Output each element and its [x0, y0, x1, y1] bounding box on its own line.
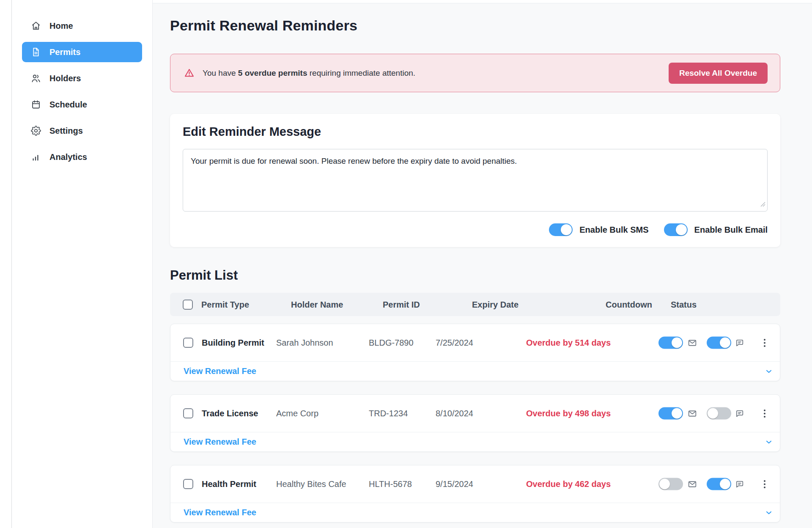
chevron-down-icon[interactable] [765, 367, 773, 376]
app-window: HomePermitsHoldersScheduleSettingsAnalyt… [0, 0, 812, 528]
email-toggle[interactable] [658, 337, 683, 349]
overdue-alert-banner: You have 5 overdue permits requiring imm… [170, 54, 780, 92]
alert-text-bold: 5 overdue permits [238, 69, 307, 77]
sidebar-item-permits[interactable]: Permits [22, 42, 142, 62]
sidebar-item-schedule[interactable]: Schedule [22, 94, 142, 115]
bulk-email-label: Enable Bulk Email [694, 225, 768, 235]
sms-toggle[interactable] [707, 337, 731, 349]
sidebar-item-analytics[interactable]: Analytics [22, 147, 142, 167]
row-status-controls [658, 407, 769, 420]
bulk-toggles-row: Enable Bulk SMS Enable Bulk Email [183, 223, 768, 236]
permit-row: Health Permit Healthy Bites Cafe HLTH-56… [170, 465, 780, 522]
chevron-down-icon[interactable] [765, 509, 773, 517]
countdown-value: Overdue by 462 days [526, 479, 611, 489]
main-content: Permit Renewal Reminders You have 5 over… [153, 0, 812, 528]
sidebar-item-settings[interactable]: Settings [22, 121, 142, 141]
column-expiry-date: Expiry Date [472, 300, 518, 309]
reminder-editor-card: Edit Reminder Message Your permit is due… [170, 114, 780, 247]
permit-rows: Building Permit Sarah Johnson BLDG-7890 … [170, 324, 780, 528]
permit-row: Building Permit Sarah Johnson BLDG-7890 … [170, 324, 780, 381]
renewal-fee-row: View Renewal Fee [170, 361, 780, 381]
gear-icon [31, 126, 41, 136]
alert-text-suffix: requiring immediate attention. [307, 69, 416, 77]
row-status-controls [658, 337, 769, 349]
permit-table-header: Permit Type Holder Name Permit ID Expiry… [170, 293, 780, 316]
email-toggle[interactable] [658, 407, 683, 420]
kebab-menu-icon[interactable] [760, 338, 769, 348]
permit-row-main: Health Permit Healthy Bites Cafe HLTH-56… [170, 465, 780, 503]
permit-id-value: TRD-1234 [369, 409, 408, 418]
bulk-email-toggle[interactable] [664, 223, 688, 236]
mail-icon [688, 338, 697, 347]
chevron-down-icon[interactable] [765, 438, 773, 446]
chat-icon [735, 409, 744, 418]
bulk-sms-group: Enable Bulk SMS [549, 223, 648, 236]
chat-icon [735, 338, 744, 347]
sidebar: HomePermitsHoldersScheduleSettingsAnalyt… [12, 0, 153, 528]
mail-icon [688, 479, 697, 489]
sms-toggle[interactable] [707, 407, 731, 420]
bulk-sms-toggle[interactable] [549, 223, 573, 236]
sidebar-item-label: Schedule [49, 100, 87, 110]
sidebar-item-holders[interactable]: Holders [22, 68, 142, 88]
resolve-all-overdue-button[interactable]: Resolve All Overdue [669, 63, 768, 84]
row-status-controls [658, 478, 769, 490]
row-checkbox[interactable] [183, 479, 193, 489]
select-all-checkbox[interactable] [183, 300, 193, 310]
page-title: Permit Renewal Reminders [170, 16, 780, 35]
calendar-icon [31, 99, 41, 110]
sidebar-item-label: Analytics [49, 152, 87, 162]
email-toggle[interactable] [658, 478, 683, 490]
sidebar-item-label: Settings [49, 126, 83, 136]
bulk-sms-label: Enable Bulk SMS [579, 225, 648, 235]
bulk-email-group: Enable Bulk Email [664, 223, 768, 236]
renewal-fee-row: View Renewal Fee [170, 432, 780, 451]
sms-toggle[interactable] [707, 478, 731, 490]
holder-name-value: Healthy Bites Cafe [276, 479, 346, 489]
alert-text-prefix: You have [203, 69, 238, 77]
permit-row: Trade License Acme Corp TRD-1234 8/10/20… [170, 394, 780, 452]
alert-text: You have 5 overdue permits requiring imm… [203, 69, 415, 78]
kebab-menu-icon[interactable] [760, 479, 769, 489]
countdown-value: Overdue by 514 days [526, 338, 611, 348]
row-checkbox[interactable] [183, 338, 193, 348]
view-renewal-fee-link[interactable]: View Renewal Fee [184, 508, 256, 517]
window-left-gutter [0, 0, 12, 528]
reminder-message-input[interactable]: Your permit is due for renewal soon. Ple… [183, 149, 768, 212]
warning-icon [184, 68, 195, 78]
permit-type-value: Health Permit [202, 479, 256, 489]
kebab-menu-icon[interactable] [760, 408, 769, 418]
holder-name-value: Sarah Johnson [276, 338, 333, 348]
permit-type-value: Building Permit [202, 338, 264, 348]
document-icon [31, 47, 41, 57]
permit-row-main: Trade License Acme Corp TRD-1234 8/10/20… [170, 395, 780, 432]
top-strip [153, 0, 812, 3]
sidebar-item-home[interactable]: Home [22, 16, 142, 36]
countdown-value: Overdue by 498 days [526, 409, 611, 418]
permit-row-main: Building Permit Sarah Johnson BLDG-7890 … [170, 324, 780, 361]
sidebar-item-label: Holders [49, 74, 81, 83]
renewal-fee-row: View Renewal Fee [170, 503, 780, 522]
expiry-date-value: 8/10/2024 [436, 409, 473, 418]
holder-name-value: Acme Corp [276, 409, 318, 418]
permit-id-value: HLTH-5678 [369, 479, 412, 489]
column-permit-type: Permit Type [201, 300, 249, 309]
view-renewal-fee-link[interactable]: View Renewal Fee [184, 437, 256, 447]
column-countdown: Countdown [606, 300, 652, 309]
home-icon [31, 21, 41, 31]
column-holder-name: Holder Name [291, 300, 343, 309]
editor-heading: Edit Reminder Message [183, 124, 768, 139]
row-checkbox[interactable] [183, 408, 193, 418]
expiry-date-value: 9/15/2024 [436, 479, 473, 489]
mail-icon [688, 409, 697, 418]
view-renewal-fee-link[interactable]: View Renewal Fee [184, 366, 256, 376]
people-icon [31, 73, 41, 83]
sidebar-item-label: Home [49, 21, 73, 31]
permit-type-value: Trade License [202, 409, 258, 418]
message-textarea-wrap: Your permit is due for renewal soon. Ple… [183, 149, 768, 212]
sidebar-item-label: Permits [49, 47, 80, 57]
content-area: Permit Renewal Reminders You have 5 over… [170, 16, 780, 528]
chat-icon [735, 479, 744, 489]
bar-chart-icon [31, 152, 41, 162]
column-permit-id: Permit ID [383, 300, 420, 309]
